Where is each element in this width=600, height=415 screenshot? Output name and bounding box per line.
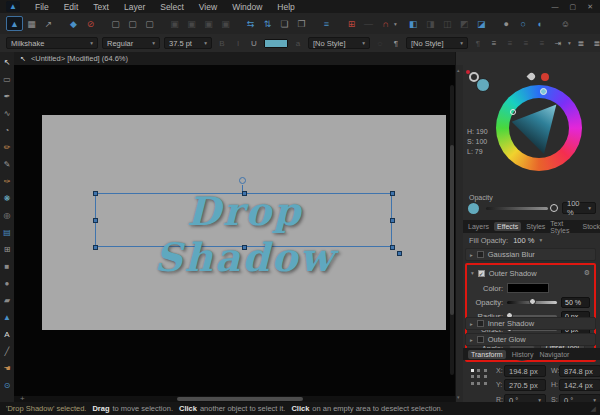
tab-layers[interactable]: Layers: [468, 223, 489, 230]
collapse-icon[interactable]: ▾: [471, 270, 474, 276]
artboard[interactable]: Drop Shadow: [42, 115, 446, 330]
fill-opacity-value[interactable]: 100 %: [513, 236, 534, 245]
marquee-ellipse-icon[interactable]: ▢: [124, 16, 141, 31]
colour-picker-tool[interactable]: ❋: [0, 190, 14, 207]
paragraph-style-select[interactable]: [No Style] ▾: [406, 37, 468, 49]
rectangle-tool[interactable]: ■: [0, 258, 14, 275]
effect-outer-glow[interactable]: ▸ Outer Glow: [465, 333, 596, 346]
tab-history[interactable]: History: [512, 351, 534, 358]
vertical-scrollbar-thumb[interactable]: [450, 145, 454, 315]
zoom-tool[interactable]: ⊙: [0, 377, 14, 394]
marquee-freehand-icon[interactable]: ▢: [141, 16, 158, 31]
eyedropper-icon[interactable]: [527, 72, 537, 82]
w-field[interactable]: 874.8 px: [559, 365, 600, 377]
tab-stock[interactable]: Stock: [582, 223, 600, 230]
ungroup-icon[interactable]: ▣: [183, 16, 200, 31]
menu-help[interactable]: Help: [277, 2, 294, 12]
tab-transform[interactable]: Transform: [468, 350, 506, 359]
move-to-front-icon[interactable]: ❏: [276, 16, 293, 31]
close-button[interactable]: ✕: [587, 3, 593, 11]
gaussian-blur-checkbox[interactable]: [477, 251, 484, 258]
lock-icon[interactable]: ▣: [200, 16, 217, 31]
tab-effects[interactable]: Effects: [494, 222, 521, 231]
rounded-rectangle-tool[interactable]: ▰: [0, 292, 14, 309]
document-tab[interactable]: ↖ <Untitled> [Modified] (64.6%): [20, 52, 128, 65]
boolean-add-icon[interactable]: ◧: [405, 16, 422, 31]
menu-select[interactable]: Select: [160, 2, 184, 12]
bullet-list-icon[interactable]: ≣: [575, 37, 587, 49]
shear-handle[interactable]: [397, 251, 402, 256]
view-tool[interactable]: ☚: [0, 360, 14, 377]
tab-navigator[interactable]: Navigator: [539, 351, 569, 358]
character-style-select[interactable]: [No Style] ▾: [308, 37, 370, 49]
handle-bottom-middle[interactable]: [242, 245, 247, 250]
x-field[interactable]: 194.8 px: [504, 365, 546, 377]
menu-text[interactable]: Text: [93, 2, 109, 12]
triangle-tool[interactable]: ▲: [0, 309, 14, 326]
boolean-divide-icon[interactable]: ◩: [456, 16, 473, 31]
fill-colour-swatch[interactable]: [476, 78, 490, 92]
image-frame-tool[interactable]: ▤: [0, 224, 14, 241]
alignment-icon[interactable]: ≡: [318, 16, 335, 31]
marquee-rect-icon[interactable]: ▢: [107, 16, 124, 31]
snapping-bounds-icon[interactable]: ⊞: [343, 16, 360, 31]
paint-brush-tool[interactable]: ✑: [0, 173, 14, 190]
outer-glow-checkbox[interactable]: [477, 336, 484, 343]
vertical-scrollbar[interactable]: [450, 85, 454, 375]
pixel-persona-button[interactable]: ▦: [23, 16, 40, 31]
insert-on-top-icon[interactable]: ◐: [532, 16, 549, 31]
font-weight-select[interactable]: Regular ▾: [102, 37, 160, 49]
handle-top-right[interactable]: [390, 191, 395, 196]
align-left-icon[interactable]: ≡: [488, 37, 500, 49]
pencil-tool[interactable]: ✎: [0, 156, 14, 173]
boolean-subtract-icon[interactable]: ◨: [422, 16, 439, 31]
canvas-viewport[interactable]: Drop Shadow: [14, 65, 455, 396]
anchor-point-selector[interactable]: [469, 367, 489, 387]
designer-persona-button[interactable]: ▲: [6, 16, 23, 31]
gear-icon[interactable]: ⚙: [584, 269, 590, 277]
align-right-icon[interactable]: ≡: [520, 37, 532, 49]
menu-layer[interactable]: Layer: [124, 2, 145, 12]
insert-behind-icon[interactable]: ○: [515, 16, 532, 31]
handle-bottom-right[interactable]: [390, 245, 395, 250]
handle-top-left[interactable]: [93, 191, 98, 196]
tab-text-styles[interactable]: Text Styles: [550, 220, 577, 234]
shadow-opacity-slider[interactable]: [507, 301, 557, 304]
numbered-list-icon[interactable]: ≣: [591, 37, 600, 49]
snapping-magnet-icon[interactable]: ∩: [377, 16, 394, 31]
inner-shadow-checkbox[interactable]: [477, 320, 484, 327]
resize-grip-icon[interactable]: ◢: [591, 405, 596, 413]
font-family-select[interactable]: Milkshake ▾: [6, 37, 98, 49]
crop-tool[interactable]: ⊞: [0, 241, 14, 258]
handle-middle-left[interactable]: [93, 218, 98, 223]
corner-tool[interactable]: ∿: [0, 105, 14, 122]
expand-icon[interactable]: ▸: [470, 337, 473, 343]
caret-down-icon[interactable]: ▾: [539, 237, 542, 243]
point-transform-tool[interactable]: ◔: [0, 122, 14, 139]
saturation-marker[interactable]: [510, 109, 516, 115]
artistic-text-tool[interactable]: A: [0, 326, 14, 343]
shadow-opacity-thumb[interactable]: [529, 298, 536, 305]
menu-view[interactable]: View: [199, 2, 217, 12]
pen-tool[interactable]: ✒: [0, 88, 14, 105]
expand-icon[interactable]: ▸: [470, 321, 473, 327]
scroll-up-icon[interactable]: ▴: [457, 67, 460, 73]
insert-inside-icon[interactable]: ●: [498, 16, 515, 31]
menu-edit[interactable]: Edit: [64, 2, 79, 12]
handle-bottom-left[interactable]: [93, 245, 98, 250]
fill-tool[interactable]: ◎: [0, 207, 14, 224]
expand-icon[interactable]: ▸: [470, 252, 473, 258]
picked-colour-swatch[interactable]: [541, 73, 549, 81]
selection-bounding-box[interactable]: Drop Shadow: [95, 193, 392, 247]
opacity-slider-thumb[interactable]: [550, 204, 558, 212]
font-size-select[interactable]: 37.5 pt ▾: [164, 37, 212, 49]
outer-shadow-header[interactable]: ▾ ✓ Outer Shadow ⚙: [471, 267, 590, 279]
align-justify-icon[interactable]: ≡: [536, 37, 548, 49]
unlock-icon[interactable]: ▣: [217, 16, 234, 31]
autocorrect-icon[interactable]: a: [292, 37, 304, 49]
line-tool[interactable]: ╱: [0, 343, 14, 360]
handle-top-middle[interactable]: [242, 191, 247, 196]
boolean-intersect-icon[interactable]: ◫: [439, 16, 456, 31]
snapping-caret-icon[interactable]: ▾: [394, 21, 397, 27]
node-tool[interactable]: ▭: [0, 71, 14, 88]
